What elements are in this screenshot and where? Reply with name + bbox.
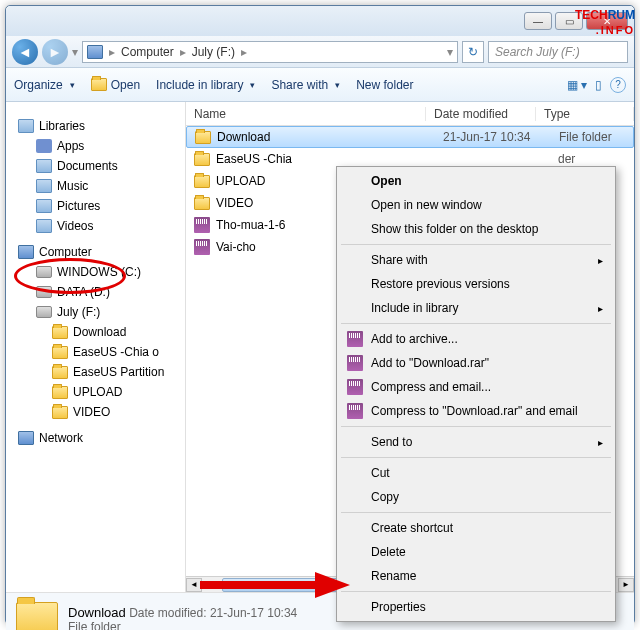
documents-icon: [36, 159, 52, 173]
breadcrumb-sep: ▸: [241, 45, 247, 59]
help-icon[interactable]: ?: [610, 77, 626, 93]
folder-icon: [194, 197, 210, 210]
explorer-window: — ▭ ✕ ◄ ► ▾ ▸ Computer ▸ July (F:) ▸ ▾ ↻…: [5, 5, 635, 625]
include-library-button[interactable]: Include in library: [156, 78, 255, 92]
ctx-compress-rar-email[interactable]: Compress to "Download.rar" and email: [339, 399, 613, 423]
scroll-right-button[interactable]: ►: [618, 578, 634, 592]
nav-bar: ◄ ► ▾ ▸ Computer ▸ July (F:) ▸ ▾ ↻ Searc…: [6, 36, 634, 68]
minimize-button[interactable]: —: [524, 12, 552, 30]
ctx-add-rar[interactable]: Add to "Download.rar": [339, 351, 613, 375]
col-date[interactable]: Date modified: [426, 107, 536, 121]
titlebar: — ▭ ✕: [6, 6, 634, 36]
tree-network[interactable]: Network: [10, 428, 181, 448]
ctx-delete[interactable]: Delete: [339, 540, 613, 564]
file-row-download[interactable]: Download21-Jun-17 10:34File folder: [186, 126, 634, 148]
status-date-label: Date modified:: [129, 606, 206, 620]
ctx-separator: [341, 426, 611, 427]
folder-icon: [91, 78, 107, 91]
tree-apps[interactable]: Apps: [10, 136, 181, 156]
ctx-copy[interactable]: Copy: [339, 485, 613, 509]
ctx-show-desktop[interactable]: Show this folder on the desktop: [339, 217, 613, 241]
forward-button[interactable]: ►: [42, 39, 68, 65]
ctx-cut[interactable]: Cut: [339, 461, 613, 485]
address-bar[interactable]: ▸ Computer ▸ July (F:) ▸ ▾: [82, 41, 458, 63]
folder-icon: [52, 346, 68, 359]
tree-july-easeus2[interactable]: EaseUS Partition: [10, 362, 181, 382]
nav-tree: Libraries Apps Documents Music Pictures …: [6, 102, 186, 592]
col-name[interactable]: Name: [186, 107, 426, 121]
address-dropdown-icon[interactable]: ▾: [447, 45, 453, 59]
tree-drive-d[interactable]: DATA (D:): [10, 282, 181, 302]
folder-icon: [194, 153, 210, 166]
ctx-open-new-window[interactable]: Open in new window: [339, 193, 613, 217]
videos-icon: [36, 219, 52, 233]
search-input[interactable]: Search July (F:): [488, 41, 628, 63]
open-button[interactable]: Open: [91, 78, 140, 92]
col-type[interactable]: Type: [536, 107, 634, 121]
computer-icon: [18, 245, 34, 259]
rar-icon: [194, 217, 210, 233]
folder-icon: [194, 175, 210, 188]
folder-icon: [52, 366, 68, 379]
organize-button[interactable]: Organize: [14, 78, 75, 92]
scroll-thumb[interactable]: [222, 578, 342, 592]
pictures-icon: [36, 199, 52, 213]
tree-july-easeus1[interactable]: EaseUS -Chia o: [10, 342, 181, 362]
folder-icon: [52, 406, 68, 419]
status-name: Download: [68, 605, 126, 620]
tree-drive-f[interactable]: July (F:): [10, 302, 181, 322]
ctx-share-with[interactable]: Share with: [339, 248, 613, 272]
column-headers[interactable]: Name Date modified Type: [186, 102, 634, 126]
toolbar: Organize Open Include in library Share w…: [6, 68, 634, 102]
drive-icon: [36, 266, 52, 278]
tree-videos[interactable]: Videos: [10, 216, 181, 236]
tree-documents[interactable]: Documents: [10, 156, 181, 176]
rar-icon: [347, 355, 363, 371]
libraries-icon: [18, 119, 34, 133]
ctx-add-archive[interactable]: Add to archive...: [339, 327, 613, 351]
folder-icon: [52, 326, 68, 339]
tree-computer[interactable]: Computer: [10, 242, 181, 262]
tree-libraries[interactable]: Libraries: [10, 116, 181, 136]
ctx-properties[interactable]: Properties: [339, 595, 613, 619]
rar-icon: [347, 331, 363, 347]
ctx-send-to[interactable]: Send to: [339, 430, 613, 454]
breadcrumb-computer[interactable]: Computer: [121, 45, 174, 59]
context-menu: Open Open in new window Show this folder…: [336, 166, 616, 622]
computer-icon: [87, 45, 103, 59]
refresh-button[interactable]: ↻: [462, 41, 484, 63]
new-folder-button[interactable]: New folder: [356, 78, 413, 92]
tree-july-upload[interactable]: UPLOAD: [10, 382, 181, 402]
view-icon[interactable]: ▦ ▾: [567, 78, 587, 92]
tree-drive-c[interactable]: WINDOWS (C:): [10, 262, 181, 282]
status-type: File folder: [68, 620, 297, 630]
ctx-restore[interactable]: Restore previous versions: [339, 272, 613, 296]
folder-icon: [195, 131, 211, 144]
breadcrumb-sep: ▸: [109, 45, 115, 59]
tree-music[interactable]: Music: [10, 176, 181, 196]
tree-july-download[interactable]: Download: [10, 322, 181, 342]
nav-dropdown-icon[interactable]: ▾: [72, 45, 78, 59]
back-button[interactable]: ◄: [12, 39, 38, 65]
ctx-separator: [341, 323, 611, 324]
ctx-create-shortcut[interactable]: Create shortcut: [339, 516, 613, 540]
tree-pictures[interactable]: Pictures: [10, 196, 181, 216]
preview-pane-icon[interactable]: ▯: [595, 78, 602, 92]
music-icon: [36, 179, 52, 193]
breadcrumb-drive[interactable]: July (F:): [192, 45, 235, 59]
ctx-separator: [341, 591, 611, 592]
ctx-open[interactable]: Open: [339, 169, 613, 193]
close-button[interactable]: ✕: [586, 12, 628, 30]
drive-icon: [36, 306, 52, 318]
ctx-rename[interactable]: Rename: [339, 564, 613, 588]
maximize-button[interactable]: ▭: [555, 12, 583, 30]
status-date: 21-Jun-17 10:34: [210, 606, 297, 620]
ctx-compress-email[interactable]: Compress and email...: [339, 375, 613, 399]
breadcrumb-sep: ▸: [180, 45, 186, 59]
apps-icon: [36, 139, 52, 153]
tree-july-video[interactable]: VIDEO: [10, 402, 181, 422]
share-with-button[interactable]: Share with: [271, 78, 340, 92]
ctx-include-library[interactable]: Include in library: [339, 296, 613, 320]
rar-icon: [347, 379, 363, 395]
scroll-left-button[interactable]: ◄: [186, 578, 202, 592]
